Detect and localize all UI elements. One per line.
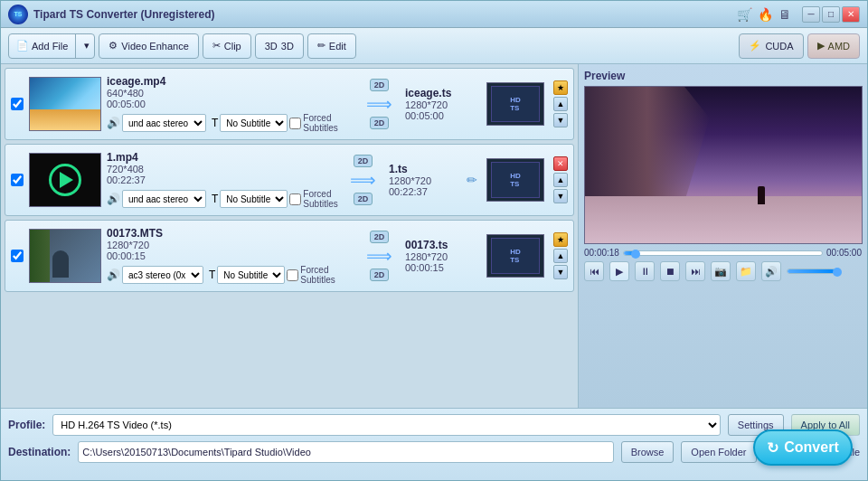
add-file-main[interactable]: 📄 Add File [9, 34, 76, 58]
dest-path-input[interactable] [78, 441, 613, 463]
convert-label: Convert [784, 439, 838, 456]
volume-fill [788, 269, 835, 273]
forced-sub-3[interactable]: Forced Subtitles [287, 265, 354, 285]
preview-controls: 00:00:18 00:05:00 [584, 248, 862, 258]
output-dur-3: 00:00:15 [405, 262, 477, 273]
output-info-2: 1.ts 1280*720 00:22:37 [389, 163, 461, 197]
file-checkbox-1[interactable] [11, 98, 24, 110]
video-enhance-label: Video Enhance [121, 41, 188, 52]
sub-select-1[interactable]: No Subtitle [220, 114, 288, 132]
arrow-icon-1: ⟹ [366, 93, 392, 115]
output-dims-3: 1280*720 [405, 251, 477, 262]
edit-button[interactable]: ✏ Edit [307, 33, 356, 59]
figure [758, 186, 765, 204]
title-bar: TS Tipard TS Converter (Unregistered) 🛒 … [1, 1, 867, 28]
volume-thumb[interactable] [833, 268, 842, 277]
pause-button[interactable]: ⏸ [635, 261, 655, 281]
forced-sub-check-3[interactable] [287, 269, 298, 281]
preview-title: Preview [584, 70, 862, 82]
up-btn-2[interactable]: ▲ [553, 173, 568, 187]
forced-sub-1[interactable]: Forced Subtitles [289, 113, 354, 133]
add-file-dropdown-arrow[interactable]: ▾ [80, 34, 94, 58]
convert-button[interactable]: ↻ Convert [753, 429, 853, 466]
amd-button[interactable]: ▶ AMD [807, 33, 860, 59]
up-btn-1[interactable]: ▲ [553, 97, 568, 111]
progress-thumb[interactable] [631, 250, 640, 259]
add-file-button[interactable]: 📄 Add File ▾ [8, 33, 95, 59]
file-audio-1: 🔊 und aac stereo T No Subtitle Forced Su… [107, 113, 354, 133]
skip-start-button[interactable]: ⏮ [584, 261, 604, 281]
fire-icon[interactable]: 🔥 [758, 7, 773, 22]
monitor-icon[interactable]: 🖥 [778, 7, 791, 22]
file-dur-3: 00:00:15 [107, 250, 354, 261]
audio-icon-2: 🔊 [107, 193, 120, 205]
main-content: iceage.mp4 640*480 00:05:00 🔊 und aac st… [1, 64, 867, 408]
edit-pencil-2[interactable]: ✏ [467, 173, 477, 187]
sub-select-3[interactable]: No Subtitle [217, 266, 285, 284]
toolbar: 📄 Add File ▾ ⚙ Video Enhance ✂ Clip 3D 3… [1, 28, 867, 64]
profile-label: Profile: [8, 419, 45, 431]
forced-sub-check-2[interactable] [289, 193, 301, 205]
maximize-button[interactable]: □ [822, 6, 840, 23]
down-btn-3[interactable]: ▼ [553, 265, 568, 279]
amd-icon: ▶ [817, 40, 825, 52]
stop-button[interactable]: ⏹ [660, 261, 680, 281]
file-thumb-1 [29, 77, 101, 131]
audio-select-2[interactable]: und aac stereo [122, 190, 206, 208]
output-thumb-1: HDTS [486, 82, 544, 126]
amd-label: AMD [828, 41, 850, 52]
play-button[interactable]: ▶ [609, 261, 629, 281]
close-button[interactable]: ✕ [842, 6, 860, 23]
profile-row: Profile: HD H.264 TS Video (*.ts) Settin… [8, 414, 860, 436]
minimize-button[interactable]: ─ [802, 6, 820, 23]
file-thumb-2 [29, 153, 101, 207]
file-dims-1: 640*480 [107, 88, 354, 99]
volume-button[interactable]: 🔊 [761, 261, 781, 281]
volume-track[interactable] [787, 269, 841, 274]
cart-icon[interactable]: 🛒 [737, 7, 752, 22]
audio-select-1[interactable]: und aac stereo [122, 114, 206, 132]
title-bar-icons: 🛒 🔥 🖥 [737, 7, 791, 22]
file-info-3: 00173.MTS 1280*720 00:00:15 🔊 ac3 stereo… [107, 227, 354, 285]
edit-icon: ✏ [317, 40, 326, 52]
sub-select-2[interactable]: No Subtitle [220, 190, 288, 208]
forced-sub-2[interactable]: Forced Subtitles [289, 189, 337, 209]
down-btn-1[interactable]: ▼ [553, 113, 568, 127]
output-thumb-3: HDTS [486, 234, 544, 278]
progress-track[interactable] [623, 250, 823, 256]
target-badge-1: 2D [370, 117, 390, 129]
screenshot-button[interactable]: 📷 [711, 261, 731, 281]
output-name-3: 00173.ts [405, 239, 477, 251]
3d-button[interactable]: 3D 3D [255, 33, 304, 59]
target-badge-2: 2D [354, 193, 373, 205]
folder-button[interactable]: 📁 [736, 261, 756, 281]
file-item: iceage.mp4 640*480 00:05:00 🔊 und aac st… [5, 68, 574, 140]
target-badge-3: 2D [370, 269, 390, 281]
star-btn-3[interactable]: ★ [553, 232, 568, 247]
side-actions-1: ★ ▲ ▼ [553, 80, 568, 127]
cuda-button[interactable]: ⚡ CUDA [739, 33, 803, 59]
browse-button[interactable]: Browse [621, 441, 675, 463]
time-total: 00:05:00 [826, 248, 862, 258]
output-name-1: iceage.ts [405, 87, 477, 99]
close-btn-2[interactable]: ✕ [553, 156, 568, 171]
convert-icon: ↻ [767, 439, 778, 457]
profile-select[interactable]: HD H.264 TS Video (*.ts) [52, 414, 720, 436]
convert-arrow-2: 2D ⟹ 2D [343, 155, 383, 205]
video-enhance-button[interactable]: ⚙ Video Enhance [99, 33, 198, 59]
file-checkbox-3[interactable] [11, 250, 24, 262]
up-btn-3[interactable]: ▲ [553, 249, 568, 263]
output-dims-1: 1280*720 [405, 99, 477, 110]
skip-end-button[interactable]: ⏭ [685, 261, 705, 281]
file-checkbox-2[interactable] [11, 174, 24, 186]
window-controls: ─ □ ✕ [802, 6, 860, 23]
audio-select-3[interactable]: ac3 stereo (0x [122, 266, 203, 284]
forced-sub-check-1[interactable] [289, 118, 301, 129]
down-btn-2[interactable]: ▼ [553, 189, 568, 203]
clip-button[interactable]: ✂ Clip [203, 33, 251, 59]
output-thumb-inner-3: HDTS [491, 238, 540, 274]
open-folder-button[interactable]: Open Folder [681, 441, 756, 463]
clip-icon: ✂ [212, 40, 221, 52]
star-btn-1[interactable]: ★ [553, 80, 568, 95]
source-badge-2: 2D [354, 155, 373, 167]
